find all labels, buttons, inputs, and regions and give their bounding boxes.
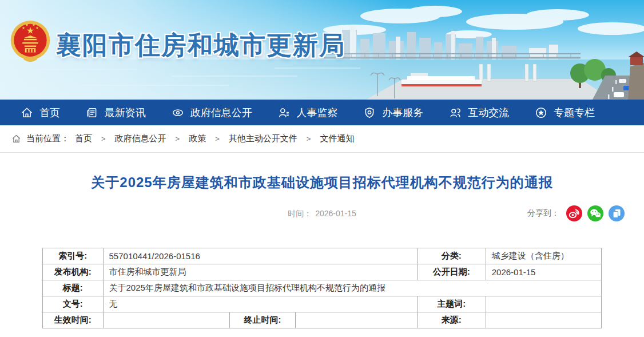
nav-item-label: 首页 (39, 106, 60, 120)
nav-item-gov-info[interactable]: 政府信息公开 (172, 106, 252, 120)
meta-value-keywords (486, 296, 601, 312)
meta-label-doc-no: 文号: (43, 296, 104, 312)
meta-value-index-no: 557010441/2026-01516 (103, 248, 417, 264)
meta-value-category: 城乡建设（含住房） (486, 248, 601, 264)
nav-item-label: 人事监察 (296, 106, 337, 120)
breadcrumb-separator: > (176, 134, 180, 143)
nav-item-label: 办事服务 (382, 106, 423, 120)
breadcrumb-location-label: 当前位置： (26, 133, 69, 144)
site-title: 襄阳市住房和城市更新局 (56, 29, 345, 62)
meta-label-publisher: 发布机构: (43, 264, 104, 280)
table-row: 发布机构: 市住房和城市更新局 公开日期: 2026-01-15 (43, 264, 602, 280)
table-row: 标题: 关于2025年房屋建筑和市政基础设施项目招标代理机构不规范行为的通报 (43, 280, 602, 296)
meta-value-end-date (295, 312, 417, 328)
breadcrumb: 当前位置： 首页 > 政府信息公开 > 政策 > 其他主动公开文件 > 文件通知 (0, 125, 644, 153)
people-chat-icon (449, 106, 462, 119)
nav-item-label: 互动交流 (468, 106, 509, 120)
table-row: 生效时间: 终止时间: 来源: (43, 312, 602, 328)
shield-icon (363, 106, 376, 119)
time-value: 2026-01-15 (315, 209, 356, 218)
article-meta-row: 时间：2026-01-15 分享到： (0, 205, 644, 223)
breadcrumb-separator: > (101, 134, 106, 143)
breadcrumb-item-doc-notice[interactable]: 文件通知 (320, 133, 354, 144)
national-emblem-icon (9, 18, 51, 66)
weibo-share-icon[interactable] (566, 205, 582, 221)
nav-item-label: 专题专栏 (554, 106, 595, 120)
main-nav: 首页 最新资讯 政府信息公开 人事监察 (0, 100, 644, 125)
meta-label-end-date: 终止时间: (230, 312, 295, 328)
meta-label-keywords: 主题词: (417, 296, 486, 312)
nav-item-services[interactable]: 办事服务 (363, 106, 423, 120)
nav-item-special-columns[interactable]: 专题专栏 (535, 106, 595, 120)
person-icon (277, 106, 290, 119)
breadcrumb-item-other-public-docs[interactable]: 其他主动公开文件 (229, 133, 297, 144)
document-meta-section: 索引号: 557010441/2026-01516 分类: 城乡建设（含住房） … (42, 248, 602, 328)
wechat-share-icon[interactable] (587, 205, 603, 221)
meta-label-source: 来源: (417, 312, 486, 328)
meta-label-publish-date: 公开日期: (417, 264, 486, 280)
table-row: 文号: 无 主题词: (43, 296, 602, 312)
meta-value-effective-date (103, 312, 230, 328)
breadcrumb-item-policy[interactable]: 政策 (189, 133, 206, 144)
breadcrumb-separator: > (307, 134, 311, 143)
nav-item-interaction[interactable]: 互动交流 (449, 106, 509, 120)
copy-link-share-icon[interactable] (609, 205, 625, 221)
meta-label-index-no: 索引号: (43, 248, 104, 264)
star-circle-icon (535, 106, 547, 119)
meta-value-doc-no: 无 (103, 296, 417, 312)
meta-value-publisher: 市住房和城市更新局 (103, 264, 417, 280)
document-meta-table: 索引号: 557010441/2026-01516 分类: 城乡建设（含住房） … (42, 248, 602, 328)
meta-label-effective-date: 生效时间: (43, 312, 104, 328)
time-label: 时间： (288, 209, 312, 218)
eye-icon (172, 106, 184, 119)
breadcrumb-separator: > (215, 134, 220, 143)
share-label: 分享到： (527, 208, 559, 219)
breadcrumb-item-home[interactable]: 首页 (75, 133, 92, 144)
site-banner: 襄阳市住房和城市更新局 (0, 0, 644, 100)
breadcrumb-item-gov-info[interactable]: 政府信息公开 (115, 133, 166, 144)
meta-value-title: 关于2025年房屋建筑和市政基础设施项目招标代理机构不规范行为的通报 (103, 280, 601, 296)
meta-label-category: 分类: (417, 248, 486, 264)
meta-label-title: 标题: (43, 280, 104, 296)
article-title: 关于2025年房屋建筑和市政基础设施项目招标代理机构不规范行为的通报 (23, 173, 621, 192)
nav-item-news[interactable]: 最新资讯 (86, 106, 146, 120)
meta-value-publish-date: 2026-01-15 (486, 264, 601, 280)
nav-item-label: 最新资讯 (105, 106, 146, 120)
news-icon (86, 106, 98, 119)
publish-time: 时间：2026-01-15 (288, 209, 356, 219)
nav-item-home[interactable]: 首页 (21, 106, 60, 120)
nav-item-label: 政府信息公开 (190, 106, 252, 120)
home-icon (21, 106, 33, 119)
nav-item-personnel[interactable]: 人事监察 (277, 106, 337, 120)
home-icon (11, 134, 21, 144)
table-row: 索引号: 557010441/2026-01516 分类: 城乡建设（含住房） (43, 248, 602, 264)
meta-value-source (486, 312, 601, 328)
share-bar: 分享到： (527, 205, 625, 221)
